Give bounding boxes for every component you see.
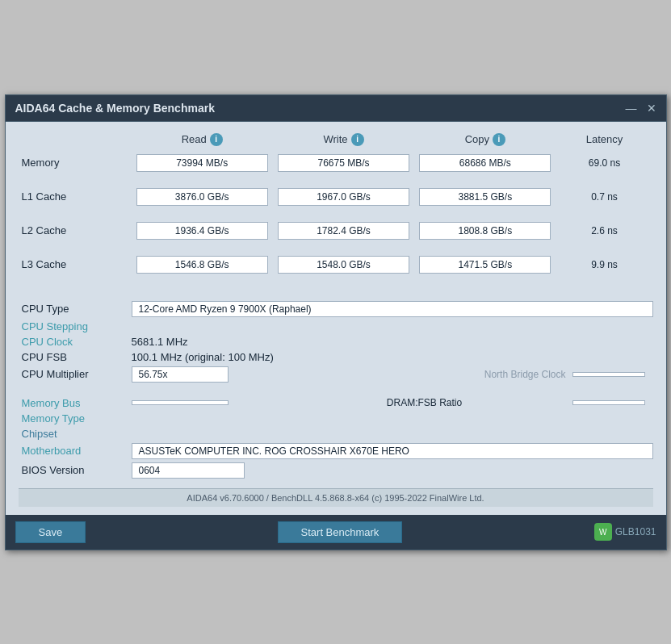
bottom-bar: Save Start Benchmark W GLB1031 — [6, 515, 666, 550]
cpu-multiplier-value: 56.75x — [132, 366, 229, 383]
read-info-icon[interactable]: i — [210, 133, 223, 146]
cpu-fsb-label: CPU FSB — [19, 351, 132, 363]
cpu-type-label: CPU Type — [19, 303, 132, 315]
window-controls: — ✕ — [626, 102, 656, 114]
cpu-multiplier-row: CPU Multiplier 56.75x North Bridge Clock — [19, 365, 653, 384]
title-bar: AIDA64 Cache & Memory Benchmark — ✕ — [6, 95, 666, 122]
table-row: L2 Cache 1936.4 GB/s 1782.4 GB/s 1808.8 … — [19, 217, 653, 245]
latency-header: Latency — [556, 133, 652, 145]
table-row: L3 Cache 1546.8 GB/s 1548.0 GB/s 1471.5 … — [19, 251, 653, 278]
chipset-label: Chipset — [19, 428, 132, 440]
memory-info-section: Memory Bus DRAM:FSB Ratio Memory Type Ch… — [19, 395, 653, 480]
row-label: L1 Cache — [19, 190, 132, 203]
memory-bus-row: Memory Bus DRAM:FSB Ratio — [19, 395, 653, 411]
cpu-multiplier-label: CPU Multiplier — [19, 368, 132, 380]
window-title: AIDA64 Cache & Memory Benchmark — [15, 102, 215, 115]
start-benchmark-button[interactable]: Start Benchmark — [278, 521, 403, 543]
bios-version-label: BIOS Version — [19, 464, 132, 476]
read-header: Read i — [132, 133, 273, 146]
cpu-clock-value: 5681.1 MHz — [132, 336, 653, 348]
table-row: Memory 73994 MB/s 76675 MB/s 68686 MB/s … — [19, 149, 653, 177]
benchmark-table: Read i Write i Copy i Latency Memory 739… — [19, 130, 653, 278]
dram-fsb-label: DRAM:FSB Ratio — [277, 397, 572, 408]
table-header-row: Read i Write i Copy i Latency — [19, 130, 653, 149]
write-value: 1548.0 GB/s — [278, 256, 409, 274]
motherboard-value: ASUSTeK COMPUTER INC. ROG CROSSHAIR X670… — [132, 443, 653, 459]
read-value: 1546.8 GB/s — [136, 256, 268, 274]
motherboard-row: Motherboard ASUSTeK COMPUTER INC. ROG CR… — [19, 441, 653, 461]
north-bridge-label: North Bridge Clock — [277, 369, 572, 380]
bios-version-row: BIOS Version 0604 — [19, 461, 653, 480]
write-value: 1967.0 GB/s — [278, 188, 409, 206]
cpu-fsb-value: 100.1 MHz (original: 100 MHz) — [132, 351, 653, 363]
dram-fsb-value — [572, 400, 645, 405]
write-header: Write i — [273, 133, 414, 146]
table-row: L1 Cache 3876.0 GB/s 1967.0 GB/s 3881.5 … — [19, 183, 653, 211]
save-button[interactable]: Save — [15, 521, 86, 543]
cpu-clock-row: CPU Clock 5681.1 MHz — [19, 334, 653, 349]
close-button[interactable]: ✕ — [647, 102, 656, 114]
row-label: Memory — [19, 157, 132, 169]
watermark: W GLB1031 — [594, 523, 656, 541]
copy-value: 68686 MB/s — [419, 154, 551, 172]
cpu-fsb-row: CPU FSB 100.1 MHz (original: 100 MHz) — [19, 349, 653, 365]
latency-value: 2.6 ns — [560, 223, 648, 239]
cpu-type-value: 12-Core AMD Ryzen 9 7900X (Raphael) — [132, 301, 653, 317]
read-value: 1936.4 GB/s — [136, 222, 268, 240]
copy-header: Copy i — [414, 133, 556, 146]
bios-version-value: 0604 — [132, 462, 245, 479]
wechat-icon: W — [594, 523, 612, 541]
latency-value: 9.9 ns — [560, 257, 648, 273]
write-value: 76675 MB/s — [278, 154, 409, 172]
cpu-info-section: CPU Type 12-Core AMD Ryzen 9 7900X (Raph… — [19, 299, 653, 384]
cpu-type-row: CPU Type 12-Core AMD Ryzen 9 7900X (Raph… — [19, 299, 653, 319]
cpu-stepping-label: CPU Stepping — [19, 320, 132, 332]
cpu-stepping-row: CPU Stepping — [19, 319, 653, 334]
latency-value: 69.0 ns — [560, 155, 648, 171]
main-window: AIDA64 Cache & Memory Benchmark — ✕ Read… — [5, 94, 667, 550]
north-bridge-value — [572, 372, 645, 377]
memory-bus-value — [132, 400, 229, 405]
latency-value: 0.7 ns — [560, 189, 648, 205]
motherboard-label: Motherboard — [19, 445, 132, 457]
chipset-row: Chipset — [19, 426, 653, 441]
row-label: L2 Cache — [19, 224, 132, 236]
main-content: Read i Write i Copy i Latency Memory 739… — [6, 122, 666, 515]
read-value: 3876.0 GB/s — [136, 188, 268, 206]
read-value: 73994 MB/s — [136, 154, 268, 172]
write-value: 1782.4 GB/s — [278, 222, 409, 240]
memory-bus-label: Memory Bus — [19, 397, 132, 409]
memory-type-row: Memory Type — [19, 411, 653, 426]
footer-text: AIDA64 v6.70.6000 / BenchDLL 4.5.868.8-x… — [19, 488, 653, 507]
cpu-clock-label: CPU Clock — [19, 336, 132, 348]
write-info-icon[interactable]: i — [351, 133, 364, 146]
minimize-button[interactable]: — — [626, 102, 637, 114]
row-label: L3 Cache — [19, 258, 132, 270]
copy-info-icon[interactable]: i — [493, 133, 505, 146]
copy-value: 3881.5 GB/s — [419, 188, 551, 206]
memory-type-label: Memory Type — [19, 412, 132, 424]
copy-value: 1808.8 GB/s — [419, 222, 551, 240]
copy-value: 1471.5 GB/s — [419, 256, 551, 274]
